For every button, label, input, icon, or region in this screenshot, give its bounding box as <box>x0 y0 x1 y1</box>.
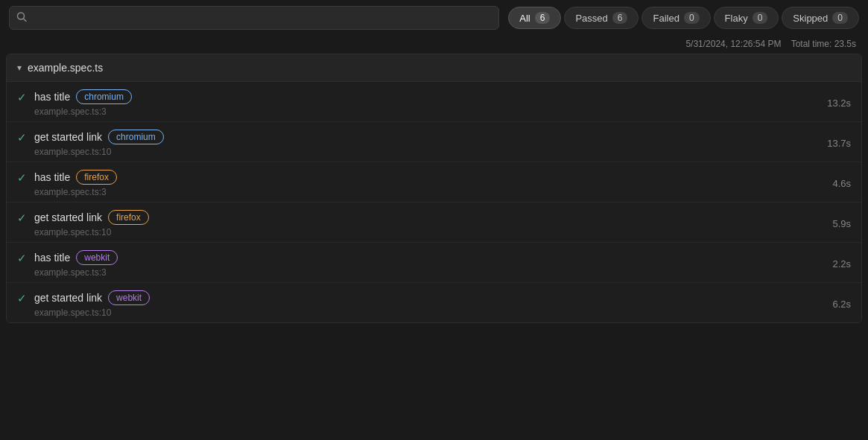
tab-skipped[interactable]: Skipped 0 <box>782 7 859 29</box>
test-file: example.spec.ts:3 <box>34 187 832 197</box>
top-bar: All 6 Passed 6 Failed 0 Flaky 0 Skipped … <box>0 0 868 36</box>
tab-all-label: All <box>519 13 530 24</box>
tab-skipped-label: Skipped <box>793 13 828 24</box>
tab-all-count: 6 <box>535 12 551 24</box>
test-content: get started link webkit example.spec.ts:… <box>34 290 832 318</box>
test-content: has title firefox example.spec.ts:3 <box>34 170 832 197</box>
pass-icon: ✓ <box>17 91 27 104</box>
tab-passed-count: 6 <box>612 12 628 24</box>
tab-failed-count: 0 <box>684 12 700 24</box>
test-name: has title <box>34 252 70 264</box>
tab-all[interactable]: All 6 <box>508 7 561 29</box>
tab-passed[interactable]: Passed 6 <box>564 7 639 29</box>
browser-badge: webkit <box>108 290 150 305</box>
test-name: get started link <box>34 211 102 223</box>
search-wrapper <box>9 6 499 30</box>
test-file: example.spec.ts:3 <box>34 267 832 278</box>
test-file: example.spec.ts:3 <box>34 106 827 117</box>
test-time: 4.6s <box>832 178 851 189</box>
test-title-row: get started link firefox <box>34 210 832 225</box>
tab-skipped-count: 0 <box>832 12 848 24</box>
table-row[interactable]: ✓ get started link webkit example.spec.t… <box>7 283 861 322</box>
table-row[interactable]: ✓ has title chromium example.spec.ts:3 1… <box>7 82 861 122</box>
test-content: has title webkit example.spec.ts:3 <box>34 250 832 278</box>
browser-badge: firefox <box>76 170 117 185</box>
tab-flaky-count: 0 <box>753 12 768 24</box>
test-title-row: has title webkit <box>34 250 832 265</box>
test-title-row: get started link chromium <box>34 130 827 144</box>
test-title-row: has title firefox <box>34 170 832 185</box>
test-file: example.spec.ts:10 <box>34 227 832 237</box>
browser-badge: firefox <box>108 210 149 225</box>
test-name: get started link <box>34 131 102 143</box>
test-time: 2.2s <box>832 258 851 270</box>
test-content: get started link chromium example.spec.t… <box>34 130 827 157</box>
meta-datetime: 5/31/2024, 12:26:54 PM <box>685 39 781 49</box>
browser-badge: chromium <box>108 130 164 144</box>
test-content: has title chromium example.spec.ts:3 <box>34 89 827 117</box>
test-time: 13.7s <box>827 138 851 149</box>
test-title-row: get started link webkit <box>34 290 832 305</box>
browser-badge: webkit <box>76 250 118 265</box>
pass-icon: ✓ <box>17 211 27 225</box>
pass-icon: ✓ <box>17 171 27 185</box>
test-time: 5.9s <box>832 218 851 229</box>
table-row[interactable]: ✓ get started link chromium example.spec… <box>7 122 861 162</box>
browser-badge: chromium <box>76 89 132 104</box>
pass-icon: ✓ <box>17 292 27 305</box>
spec-header[interactable]: ▾ example.spec.ts <box>7 54 861 82</box>
tab-failed-label: Failed <box>653 13 679 24</box>
spec-name: example.spec.ts <box>28 62 103 74</box>
search-icon <box>16 12 27 25</box>
pass-icon: ✓ <box>17 252 27 265</box>
meta-row: 5/31/2024, 12:26:54 PM Total time: 23.5s <box>0 36 868 54</box>
test-time: 6.2s <box>832 299 851 310</box>
test-file: example.spec.ts:10 <box>34 307 832 318</box>
meta-total-time: Total time: 23.5s <box>791 39 856 49</box>
test-file: example.spec.ts:10 <box>34 147 827 157</box>
test-name: has title <box>34 91 70 103</box>
test-name: has title <box>34 171 70 183</box>
table-row[interactable]: ✓ has title firefox example.spec.ts:3 4.… <box>7 162 861 203</box>
test-title-row: has title chromium <box>34 89 827 104</box>
tab-failed[interactable]: Failed 0 <box>642 7 710 29</box>
test-time: 13.2s <box>827 98 851 109</box>
svg-line-1 <box>24 19 27 22</box>
pass-icon: ✓ <box>17 131 27 144</box>
tab-flaky[interactable]: Flaky 0 <box>714 7 779 29</box>
test-name: get started link <box>34 292 102 304</box>
tab-flaky-label: Flaky <box>725 13 748 24</box>
results-container: ▾ example.spec.ts ✓ has title chromium e… <box>6 54 862 323</box>
tab-passed-label: Passed <box>575 13 607 24</box>
table-row[interactable]: ✓ has title webkit example.spec.ts:3 2.2… <box>7 243 861 283</box>
search-input[interactable] <box>9 6 499 30</box>
table-row[interactable]: ✓ get started link firefox example.spec.… <box>7 203 861 243</box>
chevron-down-icon: ▾ <box>17 63 22 73</box>
filter-tabs: All 6 Passed 6 Failed 0 Flaky 0 Skipped … <box>508 7 859 29</box>
test-content: get started link firefox example.spec.ts… <box>34 210 832 237</box>
